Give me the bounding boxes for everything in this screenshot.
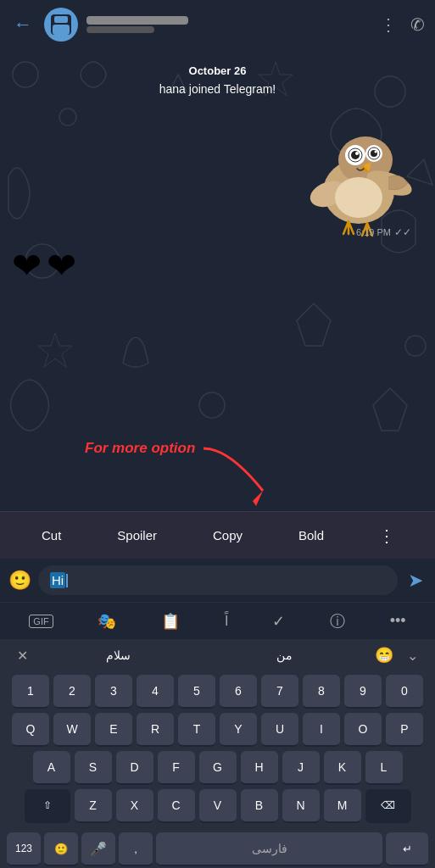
- check-button[interactable]: ✓: [265, 607, 292, 636]
- key-1[interactable]: 1: [12, 675, 49, 709]
- emoji-button[interactable]: 🙂: [8, 570, 31, 592]
- key-8[interactable]: 8: [303, 675, 340, 709]
- svg-point-16: [351, 151, 360, 159]
- bold-button[interactable]: Bold: [290, 521, 332, 549]
- keyboard-row-numbers: 1 2 3 4 5 6 7 8 9 0: [3, 675, 432, 709]
- suggestion-word-2[interactable]: من: [202, 645, 369, 665]
- avatar[interactable]: [44, 8, 78, 42]
- cut-button[interactable]: Cut: [33, 521, 70, 549]
- emoji-key[interactable]: 🙂: [44, 832, 78, 866]
- more-tools-button[interactable]: •••: [383, 607, 413, 635]
- contact-name: [86, 16, 188, 25]
- svg-point-17: [355, 152, 359, 155]
- sticker-button[interactable]: 🎭: [91, 607, 123, 636]
- info-button[interactable]: ⓘ: [323, 606, 352, 637]
- more-options-icon[interactable]: ⋮: [380, 14, 397, 35]
- input-bar: 🙂 Hi ➤: [0, 559, 435, 602]
- comma-key[interactable]: ,: [119, 832, 153, 866]
- suggestion-close-button[interactable]: ✕: [10, 644, 35, 667]
- key-z[interactable]: Z: [75, 789, 112, 823]
- key-e[interactable]: E: [95, 713, 132, 747]
- key-a[interactable]: A: [33, 751, 70, 785]
- heart-2: ❤: [47, 248, 76, 284]
- context-toolbar: Cut Spoiler Copy Bold ⋮: [0, 511, 435, 559]
- key-v[interactable]: V: [199, 789, 237, 823]
- suggestion-word-1[interactable]: سلام: [35, 645, 202, 665]
- svg-rect-1: [54, 16, 68, 23]
- contact-info: [86, 16, 371, 33]
- message-input[interactable]: Hi: [38, 565, 398, 595]
- key-5[interactable]: 5: [178, 675, 215, 709]
- key-h[interactable]: H: [241, 751, 278, 785]
- suggestion-emoji[interactable]: 😁: [368, 646, 400, 665]
- input-selected-text: Hi: [50, 572, 65, 588]
- text-cursor: [66, 574, 68, 587]
- enter-key[interactable]: ↵: [386, 832, 428, 866]
- contact-status: [86, 26, 154, 33]
- key-l[interactable]: L: [365, 751, 403, 785]
- key-9[interactable]: 9: [344, 675, 382, 709]
- key-3[interactable]: 3: [95, 675, 132, 709]
- key-o[interactable]: O: [344, 713, 382, 747]
- keyboard-bottom-row: 123 🙂 🎤 , فارسی ↵: [0, 831, 435, 868]
- send-button[interactable]: ➤: [404, 566, 427, 595]
- date-separator: October 26: [0, 58, 435, 81]
- join-message: hana joined Telegram!: [0, 81, 435, 103]
- suggestion-expand-button[interactable]: ⌄: [400, 644, 425, 667]
- key-f[interactable]: F: [158, 751, 195, 785]
- more-format-options[interactable]: ⋮: [371, 519, 402, 553]
- annotation-text: For more option: [85, 440, 195, 457]
- keyboard-row-qwerty: Q W E R T Y U I O P: [3, 713, 432, 747]
- key-g[interactable]: G: [199, 751, 237, 785]
- key-n[interactable]: N: [282, 789, 320, 823]
- spoiler-button[interactable]: Spoiler: [109, 521, 165, 549]
- key-2[interactable]: 2: [53, 675, 91, 709]
- backspace-key[interactable]: ⌫: [365, 789, 411, 823]
- key-s[interactable]: S: [75, 751, 112, 785]
- mic-key[interactable]: 🎤: [81, 832, 115, 866]
- keyboard-toolbar: GIF 🎭 📋 اً ✓ ⓘ •••: [0, 602, 435, 639]
- header-actions: ⋮ ✆: [380, 14, 425, 35]
- gif-button[interactable]: GIF: [22, 609, 59, 633]
- key-x[interactable]: X: [116, 789, 153, 823]
- key-q[interactable]: Q: [12, 713, 49, 747]
- chat-area: October 26 hana joined Telegram!: [0, 49, 435, 559]
- message-time: 6:19 PM ✓✓: [356, 226, 411, 238]
- key-r[interactable]: R: [137, 713, 174, 747]
- bird-sticker: [291, 103, 427, 238]
- svg-point-13: [335, 177, 382, 218]
- back-button[interactable]: ←: [10, 10, 36, 39]
- key-m[interactable]: M: [324, 789, 361, 823]
- key-d[interactable]: D: [116, 751, 153, 785]
- read-receipt-icon: ✓✓: [394, 226, 411, 238]
- header: ← ⋮ ✆: [0, 0, 435, 49]
- copy-button[interactable]: Copy: [204, 521, 251, 549]
- key-4[interactable]: 4: [137, 675, 174, 709]
- keyboard: 1 2 3 4 5 6 7 8 9 0 Q W E R T Y U I O P …: [0, 671, 435, 831]
- key-b[interactable]: B: [241, 789, 278, 823]
- key-k[interactable]: K: [324, 751, 361, 785]
- clipboard-button[interactable]: 📋: [154, 607, 187, 636]
- numbers-key[interactable]: 123: [7, 832, 41, 866]
- key-7[interactable]: 7: [261, 675, 298, 709]
- key-u[interactable]: U: [261, 713, 298, 747]
- key-p[interactable]: P: [386, 713, 423, 747]
- key-w[interactable]: W: [53, 713, 91, 747]
- key-0[interactable]: 0: [386, 675, 423, 709]
- keyboard-row-zxcv: ⇧ Z X C V B N M ⌫: [3, 789, 432, 823]
- shift-key[interactable]: ⇧: [25, 789, 70, 823]
- translate-button[interactable]: اً: [218, 608, 235, 634]
- key-6[interactable]: 6: [220, 675, 257, 709]
- heart-1: ❤: [12, 248, 42, 284]
- space-key[interactable]: فارسی: [156, 832, 382, 866]
- key-i[interactable]: I: [303, 713, 340, 747]
- svg-rect-2: [53, 25, 70, 35]
- key-y[interactable]: Y: [220, 713, 257, 747]
- sticker-message: 6:19 PM ✓✓: [0, 103, 435, 242]
- call-icon[interactable]: ✆: [410, 14, 425, 35]
- key-c[interactable]: C: [158, 789, 195, 823]
- annotation-arrow: [195, 440, 297, 508]
- svg-point-21: [375, 151, 377, 153]
- key-j[interactable]: J: [282, 751, 320, 785]
- key-t[interactable]: T: [178, 713, 215, 747]
